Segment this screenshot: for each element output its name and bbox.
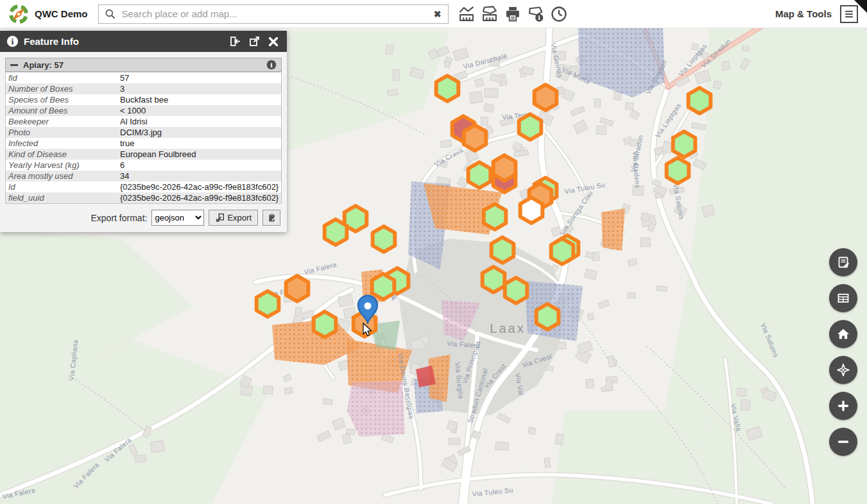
print-icon[interactable] <box>501 3 524 26</box>
close-icon <box>268 36 279 47</box>
apiary-marker-green[interactable] <box>372 274 395 299</box>
street-label: Via Darschalè <box>462 52 508 71</box>
qwc-logo-icon <box>8 3 30 25</box>
attribute-label: Infected <box>6 138 118 149</box>
street-label: Via Falera <box>304 260 338 276</box>
svg-text:i: i <box>11 37 14 46</box>
close-panel-button[interactable] <box>266 35 280 49</box>
dock-left-icon <box>229 35 241 47</box>
attribute-value: DCIM/3.jpg <box>117 127 282 138</box>
attribute-row: Area mostly used34 <box>6 171 282 181</box>
attribute-label: Amount of Bees <box>6 105 118 116</box>
attribute-row: BeekeeperAl Idrisi <box>6 116 282 127</box>
apiary-marker-green[interactable] <box>667 158 689 183</box>
attribute-value: 6 <box>117 160 282 171</box>
attribute-value: {0235be9c-2026-42ac-a99c-f9e8183fc602} <box>117 181 282 192</box>
report-button[interactable] <box>829 248 857 276</box>
apiary-marker-green[interactable] <box>537 304 559 330</box>
street-label: Via Dadens <box>631 151 642 189</box>
apiary-marker-orange[interactable] <box>286 276 309 301</box>
zoom-out-button[interactable] <box>829 428 857 456</box>
attribute-table-icon <box>836 290 851 306</box>
attribute-row: Infectedtrue <box>6 138 282 149</box>
attribute-value: 3 <box>117 83 282 94</box>
apiary-marker-green[interactable] <box>689 88 711 113</box>
apiary-marker-green[interactable] <box>436 76 459 101</box>
app-title: QWC Demo <box>35 8 88 19</box>
attribute-row: Id{0235be9c-2026-42ac-a99c-f9e8183fc602} <box>6 181 282 192</box>
feature-info-panel: i Feature Info Apiary: 57 <box>0 31 287 232</box>
attribute-row: PhotoDCIM/3.jpg <box>6 127 282 138</box>
apiary-marker-green[interactable] <box>492 237 514 263</box>
apiary-marker-green[interactable] <box>483 267 505 292</box>
apiary-marker-green[interactable] <box>257 291 279 317</box>
time-manager-icon[interactable] <box>547 3 571 26</box>
map-controls <box>829 248 857 456</box>
copy-to-clipboard-button[interactable] <box>262 210 280 226</box>
export-button[interactable]: Export <box>209 210 258 226</box>
home-button[interactable] <box>829 320 857 348</box>
svg-text:i: i <box>538 14 540 21</box>
toolbar-tools: i <box>455 3 571 26</box>
dock-panel-button[interactable] <box>228 35 242 49</box>
collapse-icon[interactable] <box>10 64 18 66</box>
attribute-label: Kind of Disease <box>6 149 118 160</box>
export-format-label: Export format: <box>91 213 148 223</box>
maximize-panel-button[interactable] <box>247 35 261 49</box>
export-button-label: Export <box>227 213 252 223</box>
home-icon <box>836 326 851 342</box>
attribute-label: Photo <box>6 127 118 138</box>
attribute-row: Yearly Harvest (kg)6 <box>6 160 282 171</box>
attribute-row: field_uuid{0235be9c-2026-42ac-a99c-f9e81… <box>6 192 282 204</box>
attribute-label: Beekeeper <box>6 116 118 127</box>
feature-info-badge-icon[interactable]: i <box>266 60 277 70</box>
menu-area: Map & Tools <box>775 5 867 23</box>
search-icon <box>104 8 117 21</box>
hamburger-icon <box>843 8 855 21</box>
map-tools-label: Map & Tools <box>775 8 832 19</box>
attribute-table-button[interactable] <box>829 284 857 312</box>
apiary-marker-green[interactable] <box>551 239 574 264</box>
apiary-marker-green[interactable] <box>373 226 395 252</box>
apiary-marker-white[interactable] <box>520 197 543 223</box>
apiary-marker-green[interactable] <box>468 162 491 188</box>
svg-text:i: i <box>270 62 273 69</box>
zoom-in-button[interactable] <box>829 392 857 420</box>
apiary-marker-green[interactable] <box>484 204 506 230</box>
measure-area-icon[interactable] <box>478 3 501 26</box>
plus-icon <box>836 398 851 414</box>
place-label-laax: Laax <box>490 321 525 335</box>
identify-region-icon[interactable]: i <box>524 3 547 26</box>
apiary-marker-green[interactable] <box>325 219 347 245</box>
search-input[interactable] <box>121 8 429 20</box>
apiary-marker-orange[interactable] <box>494 155 516 181</box>
attribute-label: fid <box>6 72 118 84</box>
attribute-value: {0235be9c-2026-42ac-a99c-f9e8183fc602} <box>117 192 282 204</box>
feature-attribute-table: fid57Number of Boxes3Species of BeesBuck… <box>5 72 282 204</box>
apiary-marker-green[interactable] <box>673 131 696 157</box>
feature-info-header[interactable]: i Feature Info <box>0 31 287 52</box>
apiary-marker-green[interactable] <box>519 114 542 140</box>
attribute-value: < 1000 <box>117 105 282 116</box>
locate-button[interactable] <box>829 356 857 384</box>
app-logo: QWC Demo <box>0 3 88 25</box>
attribute-value: true <box>117 138 282 149</box>
apiary-marker-orange[interactable] <box>535 85 557 110</box>
street-label: Via Tuleu Su <box>472 486 513 498</box>
attribute-value: 34 <box>117 171 282 181</box>
clear-search-button[interactable]: ✖ <box>433 10 443 19</box>
attribute-row: Species of BeesBuckfast bee <box>6 94 282 105</box>
apiary-marker-orange[interactable] <box>464 125 486 151</box>
attribute-row: Number of Boxes3 <box>6 83 282 94</box>
export-format-select[interactable]: geojson <box>151 210 204 226</box>
report-icon <box>836 255 851 270</box>
feature-section-header[interactable]: Apiary: 57 i <box>5 58 282 72</box>
attribute-value: Al Idrisi <box>117 116 282 127</box>
attribute-row: fid57 <box>6 72 282 84</box>
apiary-marker-green[interactable] <box>314 312 336 337</box>
attribute-label: Area mostly used <box>6 171 118 181</box>
topbar: QWC Demo ✖ <box>0 0 867 28</box>
corner-fold <box>854 0 867 13</box>
measure-line-icon[interactable] <box>455 3 478 26</box>
apiary-marker-green[interactable] <box>505 278 528 303</box>
